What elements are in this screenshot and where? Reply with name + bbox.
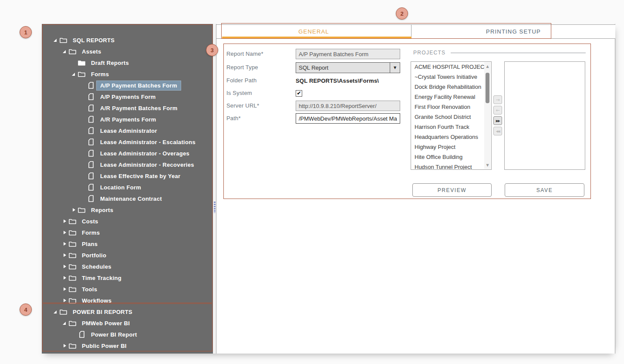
tree-item[interactable]: Forms [42,68,213,80]
tree-item[interactable]: Costs [42,216,213,227]
project-name: Hudson Tunnel Project [415,164,472,170]
caret-icon[interactable] [62,343,68,349]
report-type-select[interactable]: SQL Report ▼ [296,62,400,73]
preview-button[interactable]: PREVIEW [412,183,492,197]
tree-item[interactable]: A/R Payment Batches Form [42,102,213,114]
tree-item[interactable]: Power BI Report [42,329,213,340]
tree-item[interactable]: Public Power BI [42,340,213,351]
path-input[interactable] [296,113,400,124]
tree-item[interactable]: Maintenance Contract [42,193,213,204]
tree-item[interactable]: Lease Administrator - Escalations [42,136,213,148]
tree-node-icon [87,150,95,157]
caret-icon[interactable] [62,264,68,270]
tree-item-label: Lease Administrator [97,126,161,135]
sidebar-splitter[interactable] [213,24,216,354]
move-all-left-button[interactable]: ◀◀ [493,127,502,135]
tree-node-icon [87,184,95,191]
project-name: ACME HOSPITAL PROJECT [415,64,488,70]
caret-icon[interactable] [53,309,59,315]
report-manager-screen: SQL REPORTS Assets [0,0,624,364]
tree-item[interactable]: Time Tracking [42,272,213,283]
tree-item-label: Plans [78,239,101,249]
project-list-item[interactable]: Harrison Fourth Track [411,122,491,132]
caret-icon[interactable] [71,207,78,213]
tree-item-label: Portfolio [78,251,110,260]
project-list-item[interactable]: Hudson Tunnel Project [411,162,491,170]
tree-item[interactable]: PMWeb Power BI [42,317,213,329]
tree-item[interactable]: SQL REPORTS [42,34,213,46]
project-list-item[interactable]: First Floor Renovation [411,102,491,112]
project-name: First Floor Renovation [415,104,470,110]
callout-3: 3 [206,44,218,56]
path-label: Path* [226,115,241,121]
is-system-checkbox[interactable]: ✔ [296,90,302,97]
tree-item[interactable]: A/P Payment Batches Form [42,80,213,91]
caret-icon[interactable] [62,49,68,54]
caret-icon[interactable] [62,275,68,281]
tree-node-icon [68,230,77,236]
move-right-button[interactable]: → [493,95,502,104]
tree-node-icon [68,219,77,224]
tree-item[interactable]: Portfolio [42,249,213,261]
projects-scrollbar[interactable]: ▲ ▼ [484,62,491,169]
tree-item[interactable]: Forms [42,227,213,238]
tree-item[interactable]: Assets [42,46,213,57]
scroll-down-icon[interactable]: ▼ [484,162,491,168]
move-left-button[interactable]: ← [493,106,502,115]
caret-icon[interactable] [62,230,68,236]
tree-item[interactable]: A/R Payments Form [42,114,213,125]
tree-item-label: Lease Administrator - Escalations [97,138,199,147]
tree-node-icon [87,138,95,145]
tree-item[interactable]: Location Form [42,182,213,193]
project-list-item[interactable]: Energy Facility Renewal [411,92,491,102]
caret-icon[interactable] [53,37,59,43]
tree-item[interactable]: Workflows [42,295,213,306]
tree-item[interactable]: Plans [42,238,213,249]
tree-item[interactable]: Lease Effective Rate by Year [42,170,213,182]
caret-icon[interactable] [62,219,68,224]
caret-icon[interactable] [62,320,68,326]
tree-item[interactable]: Lease Administrator [42,125,213,136]
caret-icon[interactable] [71,71,78,77]
report-tree-sidebar: SQL REPORTS Assets [42,24,213,354]
tree-item[interactable]: A/P Payments Form [42,91,213,102]
caret-icon[interactable] [62,253,68,258]
callout-2: 2 [396,7,408,20]
tree-item-label: Reports [88,206,117,215]
project-list-item[interactable]: Dock Bridge Rehabilitation [411,82,491,92]
scroll-thumb[interactable] [486,73,489,103]
scroll-up-icon[interactable]: ▲ [484,63,491,69]
tree-node-icon [87,104,95,111]
save-button[interactable]: SAVE [505,183,584,197]
tree-item-label: Tools [78,285,101,294]
project-list-item[interactable]: ACME HOSPITAL PROJECT [411,62,491,72]
tree-item[interactable]: Lease Administrator - Overages [42,148,213,159]
project-list-item[interactable]: Granite School District [411,112,491,122]
tree-item[interactable]: Schedules [42,261,213,272]
caret-icon[interactable] [62,286,68,292]
chevron-down-icon[interactable]: ▼ [390,63,400,73]
folder-path-value: SQL REPORTS\Assets\Forms\ [296,78,379,84]
move-all-right-button[interactable]: ▶▶ [493,116,502,125]
caret-icon[interactable] [62,298,68,303]
project-list-item[interactable]: Headquarters Operations [411,132,491,142]
tree-node-icon [68,275,77,281]
report-type-label: Report Type [226,64,258,71]
tree-item[interactable]: Reports [42,204,213,216]
project-list-item[interactable]: Hite Office Building [411,152,491,162]
selected-projects-list[interactable] [504,61,585,170]
tree-node-icon [68,343,77,349]
tree-item-label: A/P Payment Batches Form [97,81,181,90]
server-url-input[interactable] [296,101,400,111]
caret-icon[interactable] [62,241,68,247]
tree-item[interactable]: Tools [42,283,213,295]
tree-item-label: Forms [88,70,112,79]
tree-item[interactable]: Draft Reports [42,57,213,68]
project-list-item[interactable]: ~Crystal Towers Initiative [411,72,491,82]
project-list-item[interactable]: Highway Project [411,142,491,152]
tree-item[interactable]: POWER BI REPORTS [42,306,213,317]
report-name-input[interactable] [296,49,400,59]
available-projects-list[interactable]: ACME HOSPITAL PROJECT ~Crystal Towers In… [411,61,492,170]
tree-item[interactable]: Lease Administrator - Recoveries [42,159,213,170]
tab-printing-setup[interactable]: PRINTING SETUP [412,25,615,38]
